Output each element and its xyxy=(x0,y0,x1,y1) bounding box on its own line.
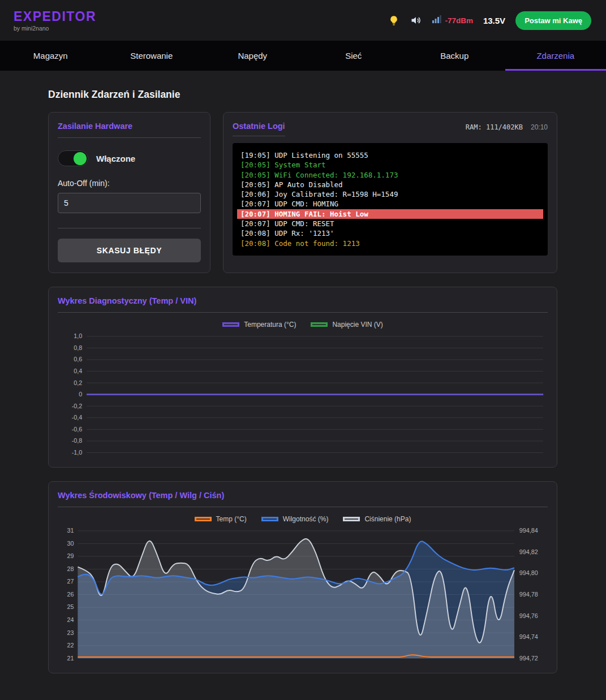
tab-napędy[interactable]: Napędy xyxy=(202,41,303,71)
log-line: [20:05] System Start xyxy=(240,160,540,170)
logs-meta: RAM: 111/402KB 20:10 xyxy=(466,123,548,136)
diagnostic-chart[interactable]: 1,00,80,60,40,20-0,2-0,4-0,6-0,8-1,0 xyxy=(58,331,548,461)
svg-text:1,0: 1,0 xyxy=(74,332,82,339)
legend-item[interactable]: Wilgotność (%) xyxy=(261,515,329,523)
auto-off-label: Auto-Off (min): xyxy=(58,179,201,188)
log-line: [20:05] WiFi Connected: 192.168.1.173 xyxy=(240,170,540,180)
legend-item[interactable]: Napięcie VIN (V) xyxy=(311,321,382,329)
log-console[interactable]: [19:05] UDP Listening on 55555[20:05] Sy… xyxy=(233,143,548,256)
svg-text:994,82: 994,82 xyxy=(519,548,538,555)
power-card: Zasilanie Hardware Włączone Auto-Off (mi… xyxy=(48,112,210,273)
tab-sieć[interactable]: Sieć xyxy=(303,41,405,71)
log-line: [20:07] HOMING FAIL: Hoist Low xyxy=(237,209,543,219)
legend-label: Napięcie VIN (V) xyxy=(332,321,382,329)
tab-magazyn[interactable]: Magazyn xyxy=(0,41,101,71)
svg-text:994,72: 994,72 xyxy=(519,655,538,662)
svg-text:22: 22 xyxy=(67,642,74,649)
log-line: [20:07] UDP CMD: HOMING xyxy=(240,199,540,209)
power-card-divider xyxy=(58,228,201,228)
legend-swatch xyxy=(261,517,278,521)
svg-text:30: 30 xyxy=(67,540,74,547)
signal-strength: -77dBm xyxy=(445,16,473,25)
svg-text:-0,8: -0,8 xyxy=(72,437,83,444)
app-header: EXPEDITOR by mini2nano xyxy=(0,0,606,41)
svg-text:25: 25 xyxy=(67,604,74,611)
voltage-value: 13.5V xyxy=(483,16,505,25)
power-toggle-row: Włączone xyxy=(58,150,201,166)
legend-label: Temp (°C) xyxy=(216,515,247,523)
signal-bars-icon xyxy=(432,15,441,25)
logs-card: Ostatnie Logi RAM: 111/402KB 20:10 [19:0… xyxy=(223,112,557,273)
signal-group: -77dBm xyxy=(432,15,473,25)
svg-text:994,84: 994,84 xyxy=(519,528,538,534)
svg-text:-0,6: -0,6 xyxy=(72,426,83,433)
top-cards-row: Zasilanie Hardware Włączone Auto-Off (mi… xyxy=(48,112,557,273)
svg-text:-0,4: -0,4 xyxy=(72,414,83,421)
diagnostic-chart-title: Wykres Diagnostyczny (Temp / VIN) xyxy=(58,296,548,313)
legend-item[interactable]: Temp (°C) xyxy=(195,515,247,523)
brand: EXPEDITOR by mini2nano xyxy=(14,9,96,32)
svg-text:26: 26 xyxy=(67,591,74,598)
diagnostic-chart-card: Wykres Diagnostyczny (Temp / VIN) Temper… xyxy=(48,287,557,468)
svg-text:994,78: 994,78 xyxy=(519,591,538,598)
svg-text:0: 0 xyxy=(79,391,82,397)
power-toggle[interactable] xyxy=(58,150,88,166)
svg-text:27: 27 xyxy=(67,578,74,585)
environmental-chart-legend: Temp (°C)Wilgotność (%)Ciśnienie (hPa) xyxy=(58,515,548,523)
legend-swatch xyxy=(195,517,212,521)
svg-text:-1,0: -1,0 xyxy=(72,449,83,456)
legend-swatch xyxy=(222,322,239,327)
svg-text:0,6: 0,6 xyxy=(74,356,82,362)
legend-item[interactable]: Ciśnienie (hPa) xyxy=(343,515,411,523)
svg-text:29: 29 xyxy=(67,553,74,560)
legend-label: Temperatura (°C) xyxy=(244,321,296,329)
auto-off-input[interactable] xyxy=(58,193,201,213)
logs-card-title: Ostatnie Logi xyxy=(233,122,285,136)
ram-usage: RAM: 111/402KB xyxy=(466,123,523,131)
main-content: Dziennik Zdarzeń i Zasilanie Zasilanie H… xyxy=(0,71,606,696)
legend-label: Wilgotność (%) xyxy=(283,515,329,523)
power-card-title: Zasilanie Hardware xyxy=(58,122,201,138)
svg-text:994,76: 994,76 xyxy=(519,612,538,619)
svg-text:24: 24 xyxy=(67,616,74,623)
tab-zdarzenia[interactable]: Zdarzenia xyxy=(505,41,606,71)
power-toggle-label: Włączone xyxy=(96,154,135,163)
environmental-chart-title: Wykres Środowiskowy (Temp / Wilg / Ciśn) xyxy=(58,491,548,507)
legend-label: Ciśnienie (hPa) xyxy=(364,515,411,523)
svg-text:-0,2: -0,2 xyxy=(72,403,83,409)
logs-header: Ostatnie Logi RAM: 111/402KB 20:10 xyxy=(233,120,548,136)
log-line: [20:07] UDP CMD: RESET xyxy=(240,219,540,228)
svg-text:28: 28 xyxy=(67,565,74,572)
app-title: EXPEDITOR xyxy=(14,9,96,24)
speaker-icon[interactable] xyxy=(410,15,422,26)
svg-text:994,80: 994,80 xyxy=(519,570,538,577)
clear-errors-button[interactable]: SKASUJ BŁĘDY xyxy=(58,239,201,262)
log-line: [20:06] Joy Calibrated: R=1598 H=1549 xyxy=(240,189,540,199)
bulb-icon[interactable] xyxy=(388,15,399,27)
app-subtitle: by mini2nano xyxy=(14,25,96,32)
environmental-chart[interactable]: 3130292827262524232221994,84994,82994,80… xyxy=(58,525,548,667)
legend-swatch xyxy=(311,322,328,327)
legend-item[interactable]: Temperatura (°C) xyxy=(222,321,296,329)
environmental-chart-card: Wykres Środowiskowy (Temp / Wilg / Ciśn)… xyxy=(48,481,557,673)
svg-text:0,4: 0,4 xyxy=(74,368,82,374)
tab-sterowanie[interactable]: Sterowanie xyxy=(101,41,203,71)
header-status: -77dBm 13.5V Postaw mi Kawę xyxy=(388,11,591,30)
log-line: [19:05] UDP Listening on 55555 xyxy=(240,150,540,160)
svg-text:0,2: 0,2 xyxy=(74,379,82,386)
svg-text:994,74: 994,74 xyxy=(519,633,538,640)
page-title: Dziennik Zdarzeń i Zasilanie xyxy=(48,89,557,101)
log-line: [20:05] AP Auto Disabled xyxy=(240,180,540,189)
power-toggle-knob xyxy=(74,152,87,165)
log-line: [20:08] Code not found: 1213 xyxy=(240,239,540,248)
nav-tabs: MagazynSterowanieNapędySiećBackupZdarzen… xyxy=(0,41,606,71)
svg-text:0,8: 0,8 xyxy=(74,344,82,351)
log-line: [20:08] UDP Rx: '1213' xyxy=(240,228,540,238)
diagnostic-chart-legend: Temperatura (°C)Napięcie VIN (V) xyxy=(58,321,548,329)
coffee-button[interactable]: Postaw mi Kawę xyxy=(515,11,591,30)
svg-text:21: 21 xyxy=(67,655,74,662)
clock-time: 20:10 xyxy=(531,123,548,131)
svg-text:23: 23 xyxy=(67,629,74,636)
tab-backup[interactable]: Backup xyxy=(404,41,505,71)
legend-swatch xyxy=(343,517,360,521)
